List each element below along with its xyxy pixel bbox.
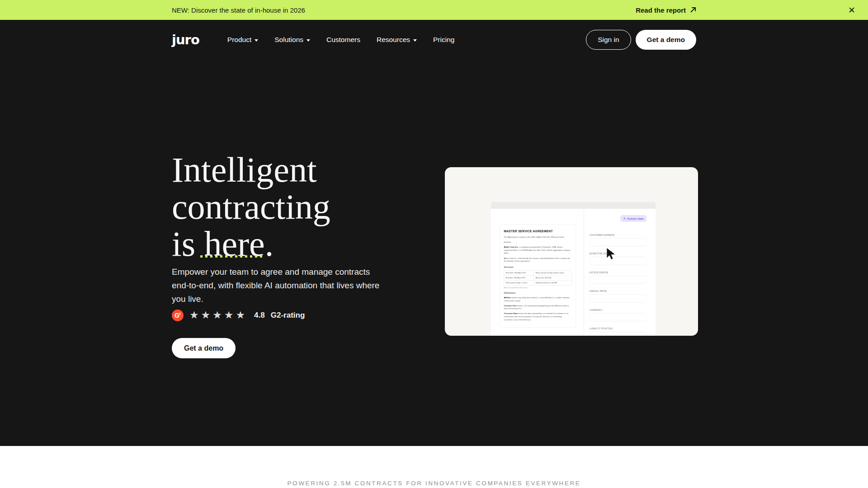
table-cell: Notice period: 30 days before expiry xyxy=(534,270,571,275)
nav-item-label: Customers xyxy=(326,36,360,44)
hero-heading-line: Intelligent xyxy=(172,150,317,189)
announcement-banner: NEW: Discover the state of in-house in 2… xyxy=(0,0,868,20)
field-label: LIABILITY POSITION xyxy=(590,328,646,330)
document-definition: Customer Data means the data inputted by… xyxy=(504,312,572,321)
sign-in-button[interactable]: Sign in xyxy=(586,30,631,50)
services-table: Start date: 29th April 2025 Notice perio… xyxy=(504,270,572,286)
table-cell: Implementation fee: $1,999 xyxy=(534,280,571,285)
read-report-link[interactable]: Read the report xyxy=(636,6,696,14)
document-paragraph: Alpha Corp Inc. shall provide the servic… xyxy=(504,257,572,263)
nav-item-label: Solutions xyxy=(274,36,303,44)
read-report-label: Read the report xyxy=(636,6,686,14)
mockup-body: MASTER SERVICE AGREEMENT This Agreement … xyxy=(491,209,656,336)
hero-heading-line: contracting xyxy=(172,187,330,226)
table-cell: Start date: 29th April 2025 xyxy=(504,270,534,275)
field-group: EFFECTIVE DATE xyxy=(590,253,646,265)
field-input xyxy=(590,295,646,303)
g2-logo-icon: G2 xyxy=(172,310,184,321)
extract-data-label: Extract data xyxy=(627,217,644,220)
chevron-down-icon xyxy=(307,39,310,42)
dotted-underline-decoration xyxy=(200,255,263,258)
banner-message: NEW: Discover the state of in-house in 2… xyxy=(172,6,305,14)
hero-get-demo-button[interactable]: Get a demo xyxy=(172,338,236,358)
field-input xyxy=(590,257,646,265)
contract-editor-mockup: MASTER SERVICE AGREEMENT This Agreement … xyxy=(491,202,656,336)
rating-score: 4.8 xyxy=(254,311,265,320)
field-label: NOTICE PERIOD xyxy=(590,271,646,274)
field-label: CUSTOMER ADDRESS xyxy=(590,234,646,236)
contract-document-pane: MASTER SERVICE AGREEMENT This Agreement … xyxy=(491,209,584,336)
nav-item-solutions[interactable]: Solutions xyxy=(274,36,310,44)
g2-rating-row: G2 ★★★★★ 4.8 G2-rating xyxy=(172,309,305,321)
table-cell: End date: 28th April 2027 xyxy=(504,275,534,280)
field-label: CURRENCY xyxy=(590,309,646,311)
field-group: ANNUAL PRICE xyxy=(590,290,646,303)
document-title: MASTER SERVICE AGREEMENT xyxy=(504,230,572,233)
document-definition: Affiliate means any entity that controls… xyxy=(504,296,572,302)
nav-item-resources[interactable]: Resources xyxy=(377,36,417,44)
hero-product-illustration: MASTER SERVICE AGREEMENT This Agreement … xyxy=(445,167,698,336)
document-paragraph: between xyxy=(504,240,572,244)
document-definition: Contract Year means a 12-month period be… xyxy=(504,304,572,310)
nav-links: Product Solutions Customers Resources Pr… xyxy=(227,36,455,44)
document-paragraph: This Agreement is made on the 29th of Ap… xyxy=(504,235,572,239)
field-label: EFFECTIVE DATE xyxy=(590,253,646,255)
table-cell: Annual fee: $13,500 xyxy=(534,275,571,280)
nav-item-label: Product xyxy=(227,36,251,44)
extract-data-button: Extract data xyxy=(620,215,646,222)
rating-label: G2-rating xyxy=(271,311,305,320)
get-demo-button[interactable]: Get a demo xyxy=(636,30,696,50)
field-group: CUSTOMER ADDRESS xyxy=(590,234,646,246)
contract-document: MASTER SERVICE AGREEMENT This Agreement … xyxy=(500,225,576,328)
table-cell: Subscription length: 2 years xyxy=(504,280,534,285)
social-proof-tagline: POWERING 2.5M CONTRACTS FOR INNOVATIVE C… xyxy=(288,480,581,487)
chevron-down-icon xyxy=(413,39,417,42)
field-input xyxy=(590,276,646,284)
extracted-data-pane: Extract data CUSTOMER ADDRESS EFFECTIVE … xyxy=(584,209,656,336)
arrow-up-right-icon xyxy=(690,7,696,13)
chevron-down-icon xyxy=(255,39,258,42)
hero-heading: Intelligent contracting is here. xyxy=(172,151,425,263)
g2-sup: 2 xyxy=(179,312,181,315)
table-row: Start date: 29th April 2025 Notice perio… xyxy=(504,270,572,275)
hero-section: Intelligent contracting is here. Empower… xyxy=(0,60,868,446)
hero-subtext: Empower your team to agree and manage co… xyxy=(172,265,389,306)
document-section-heading: Definitions xyxy=(504,291,572,294)
field-label: ANNUAL PRICE xyxy=(590,290,646,293)
star-rating-icons: ★★★★★ xyxy=(189,309,247,321)
table-footnote: All prices exclude VAT and other taxes. xyxy=(504,287,572,289)
nav-item-label: Pricing xyxy=(433,36,454,44)
nav-item-label: Resources xyxy=(377,36,410,44)
mouse-cursor-icon xyxy=(604,247,617,260)
nav-item-pricing[interactable]: Pricing xyxy=(433,36,454,44)
field-input xyxy=(590,332,646,336)
field-group: LIABILITY POSITION xyxy=(590,328,646,336)
close-icon[interactable]: ✕ xyxy=(846,5,857,15)
table-row: End date: 28th April 2027 Annual fee: $1… xyxy=(504,275,572,280)
sparkle-icon xyxy=(623,217,626,220)
social-proof-strip: POWERING 2.5M CONTRACTS FOR INNOVATIVE C… xyxy=(0,446,868,488)
document-section-heading: Services xyxy=(504,266,572,268)
nav-item-product[interactable]: Product xyxy=(227,36,258,44)
document-paragraph: Alpha Corp Inc., a company incorporated … xyxy=(504,245,572,254)
table-row: Subscription length: 2 years Implementat… xyxy=(504,280,572,285)
field-input xyxy=(590,238,646,246)
mockup-toolbar xyxy=(491,202,656,209)
juro-logo[interactable]: juro xyxy=(172,32,199,47)
field-group: NOTICE PERIOD xyxy=(590,271,646,284)
nav-item-customers[interactable]: Customers xyxy=(326,36,360,44)
field-input xyxy=(590,313,646,321)
field-group: CURRENCY xyxy=(590,309,646,321)
hero-text-block: Intelligent contracting is here. Empower… xyxy=(172,151,425,263)
top-navbar: juro Product Solutions Customers Resourc… xyxy=(0,20,868,60)
